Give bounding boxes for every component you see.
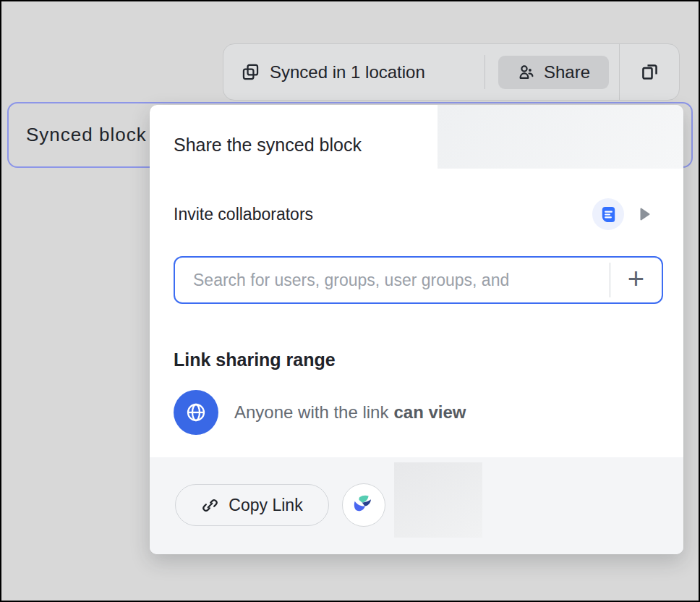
doc-icon [599, 205, 618, 224]
synced-location-label: Synced in 1 location [270, 62, 425, 82]
synced-block-label: Synced block [26, 124, 147, 146]
lark-share-button[interactable] [342, 483, 385, 527]
plus-icon: + [628, 264, 644, 293]
collaborator-search: + [174, 256, 663, 304]
synced-blocks-icon [241, 62, 260, 82]
scope-prefix: Anyone with the link [234, 402, 388, 422]
share-button-label: Share [544, 62, 590, 82]
redacted-region [438, 105, 683, 169]
synced-location-button[interactable]: Synced in 1 location [234, 44, 432, 100]
redacted-thumbnail [394, 462, 482, 538]
toolbar-divider [485, 55, 485, 89]
doc-badge [592, 198, 624, 230]
copy-icon [639, 62, 660, 82]
copy-link-button[interactable]: Copy Link [175, 484, 329, 526]
link-sharing-heading: Link sharing range [174, 349, 336, 370]
search-input[interactable] [175, 258, 607, 302]
copy-block-button[interactable] [620, 44, 679, 100]
people-icon [517, 63, 536, 82]
share-popover: Share the synced block Invite collaborat… [150, 105, 683, 554]
copy-link-label: Copy Link [229, 496, 302, 515]
link-scope-row[interactable]: Anyone with the linkcan view [174, 390, 466, 435]
link-scope-text: Anyone with the linkcan view [234, 402, 466, 423]
globe-icon [184, 400, 208, 425]
screen: Synced in 1 location Share [0, 0, 700, 602]
block-toolbar: Synced in 1 location Share [223, 43, 680, 101]
invite-source-expander[interactable] [592, 198, 650, 230]
scope-permission: can view [393, 402, 466, 422]
link-icon [201, 496, 219, 514]
lark-logo-icon [350, 491, 377, 519]
popover-title: Share the synced block [174, 135, 362, 156]
globe-badge [174, 390, 218, 435]
invite-collaborators-label: Invite collaborators [174, 205, 313, 224]
share-button[interactable]: Share [498, 56, 609, 89]
popover-footer: Copy Link [150, 457, 683, 554]
add-collaborator-button[interactable]: + [610, 258, 662, 302]
chevron-right-icon [640, 208, 650, 221]
